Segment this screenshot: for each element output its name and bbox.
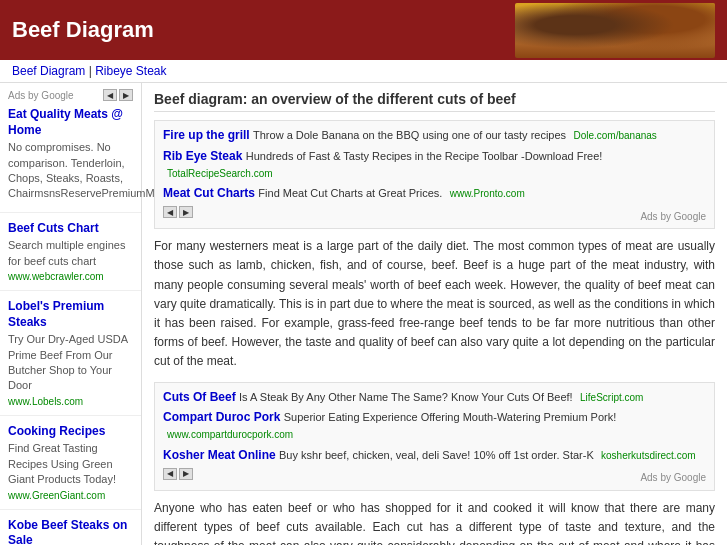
- top-ads-block: Fire up the grill Throw a Dole Banana on…: [154, 120, 715, 229]
- mid-ads-prev[interactable]: ◀: [163, 468, 177, 480]
- top-ad-1: Fire up the grill Throw a Dole Banana on…: [163, 127, 706, 144]
- sidebar-ad-next[interactable]: ▶: [119, 89, 133, 101]
- top-ad-3-url: www.Pronto.com: [450, 188, 525, 199]
- mid-ad-1-link[interactable]: Cuts Of Beef: [163, 390, 236, 404]
- sidebar-ad-5-title[interactable]: Kobe Beef Steaks on Sale: [8, 518, 133, 545]
- mid-ad-1-text: Is A Steak By Any Other Name The Same? K…: [239, 391, 573, 403]
- content-title: Beef diagram: an overview of the differe…: [154, 91, 715, 112]
- sidebar-ad-prev[interactable]: ◀: [103, 89, 117, 101]
- mid-ad-2-url: www.compartdurocpork.com: [167, 429, 293, 440]
- mid-ad-1: Cuts Of Beef Is A Steak By Any Other Nam…: [163, 389, 706, 406]
- mid-ads-by-google: Ads by Google: [640, 472, 706, 483]
- sidebar-ad-2-body: Search multiple engines for beef cuts ch…: [8, 238, 133, 269]
- main-content: Beef diagram: an overview of the differe…: [142, 83, 727, 545]
- mid-ad-3-text: Buy kshr beef, chicken, veal, deli Save!…: [279, 449, 594, 461]
- top-ad-2-link[interactable]: Rib Eye Steak: [163, 149, 242, 163]
- sidebar-ad-3-link[interactable]: Lobel's Premium Steaks: [8, 299, 104, 329]
- sidebar-ads-header: Ads by Google ◀ ▶: [0, 87, 141, 103]
- top-ads-nav: ◀ ▶: [163, 206, 193, 218]
- top-ad-2: Rib Eye Steak Hundreds of Fast & Tasty R…: [163, 148, 706, 182]
- sidebar-ad-nav: ◀ ▶: [103, 89, 133, 101]
- mid-ad-2-text: Superior Eating Experience Offering Mout…: [284, 411, 617, 423]
- top-ads-footer: ◀ ▶ Ads by Google: [163, 206, 706, 222]
- mid-ads-block: Cuts Of Beef Is A Steak By Any Other Nam…: [154, 382, 715, 491]
- mid-ads-next[interactable]: ▶: [179, 468, 193, 480]
- sidebar: Ads by Google ◀ ▶ Eat Quality Meats @ Ho…: [0, 83, 142, 545]
- paragraph-1: For many westerners meat is a large part…: [154, 237, 715, 371]
- top-ad-3-link[interactable]: Meat Cut Charts: [163, 186, 255, 200]
- sidebar-ad-1: Eat Quality Meats @ Home No compromises.…: [0, 103, 141, 213]
- top-ad-1-url: Dole.com/bananas: [573, 130, 656, 141]
- paragraph-2: Anyone who has eaten beef or who has sho…: [154, 499, 715, 545]
- top-ad-1-link[interactable]: Fire up the grill: [163, 128, 250, 142]
- sidebar-ad-4-url: www.GreenGiant.com: [8, 490, 133, 501]
- breadcrumb-link-beef-diagram[interactable]: Beef Diagram: [12, 64, 85, 78]
- ads-by-google-label: Ads by Google: [8, 90, 74, 101]
- top-ad-3: Meat Cut Charts Find Meat Cut Charts at …: [163, 185, 706, 202]
- header-image: [515, 3, 715, 58]
- sidebar-ad-1-link[interactable]: Eat Quality Meats @ Home: [8, 107, 123, 137]
- sidebar-ad-1-title[interactable]: Eat Quality Meats @ Home: [8, 107, 133, 138]
- sidebar-ad-1-body: No compromises. No comparison. Tenderloi…: [8, 140, 133, 202]
- header-image-decoration: [515, 3, 715, 58]
- top-ads-next[interactable]: ▶: [179, 206, 193, 218]
- top-ad-3-text: Find Meat Cut Charts at Great Prices.: [258, 187, 442, 199]
- sidebar-ad-5-link[interactable]: Kobe Beef Steaks on Sale: [8, 518, 127, 545]
- top-ads-by-google: Ads by Google: [640, 211, 706, 222]
- top-ads-prev[interactable]: ◀: [163, 206, 177, 218]
- breadcrumb-link-ribeye-steak[interactable]: Ribeye Steak: [95, 64, 166, 78]
- sidebar-ad-5: Kobe Beef Steaks on Sale Better than Pri…: [0, 514, 141, 545]
- sidebar-ad-2-title[interactable]: Beef Cuts Chart: [8, 221, 133, 237]
- top-ad-1-text: Throw a Dole Banana on the BBQ using one…: [253, 129, 566, 141]
- sidebar-ad-2-link[interactable]: Beef Cuts Chart: [8, 221, 99, 235]
- mid-ad-3-url: kosherkutsdirect.com: [601, 450, 695, 461]
- sidebar-ad-4-body: Find Great Tasting Recipes Using Green G…: [8, 441, 133, 487]
- mid-ad-1-url: LifeScript.com: [580, 392, 643, 403]
- sidebar-ad-3-title[interactable]: Lobel's Premium Steaks: [8, 299, 133, 330]
- mid-ad-3-link[interactable]: Kosher Meat Online: [163, 448, 276, 462]
- page-title: Beef Diagram: [12, 17, 515, 43]
- sidebar-ad-4-link[interactable]: Cooking Recipes: [8, 424, 105, 438]
- mid-ad-2-link[interactable]: Compart Duroc Pork: [163, 410, 280, 424]
- sidebar-ad-3-body: Try Our Dry-Aged USDA Prime Beef From Ou…: [8, 332, 133, 394]
- sidebar-ad-2-url: www.webcrawler.com: [8, 271, 133, 282]
- mid-ad-3: Kosher Meat Online Buy kshr beef, chicke…: [163, 447, 706, 464]
- sidebar-ad-3-url: www.Lobels.com: [8, 396, 133, 407]
- sidebar-ad-4-title[interactable]: Cooking Recipes: [8, 424, 133, 440]
- sidebar-ad-4: Cooking Recipes Find Great Tasting Recip…: [0, 420, 141, 510]
- breadcrumb: Beef Diagram | Ribeye Steak: [0, 60, 727, 83]
- mid-ads-footer: ◀ ▶ Ads by Google: [163, 468, 706, 484]
- mid-ad-2: Compart Duroc Pork Superior Eating Exper…: [163, 409, 706, 443]
- top-ad-2-url: TotalRecipeSearch.com: [167, 168, 273, 179]
- top-ad-2-text: Hundreds of Fast & Tasty Recipes in the …: [246, 150, 603, 162]
- sidebar-ad-2: Beef Cuts Chart Search multiple engines …: [0, 217, 141, 291]
- mid-ads-nav: ◀ ▶: [163, 468, 193, 480]
- main-layout: Ads by Google ◀ ▶ Eat Quality Meats @ Ho…: [0, 83, 727, 545]
- page-header: Beef Diagram: [0, 0, 727, 60]
- sidebar-ad-3: Lobel's Premium Steaks Try Our Dry-Aged …: [0, 295, 141, 416]
